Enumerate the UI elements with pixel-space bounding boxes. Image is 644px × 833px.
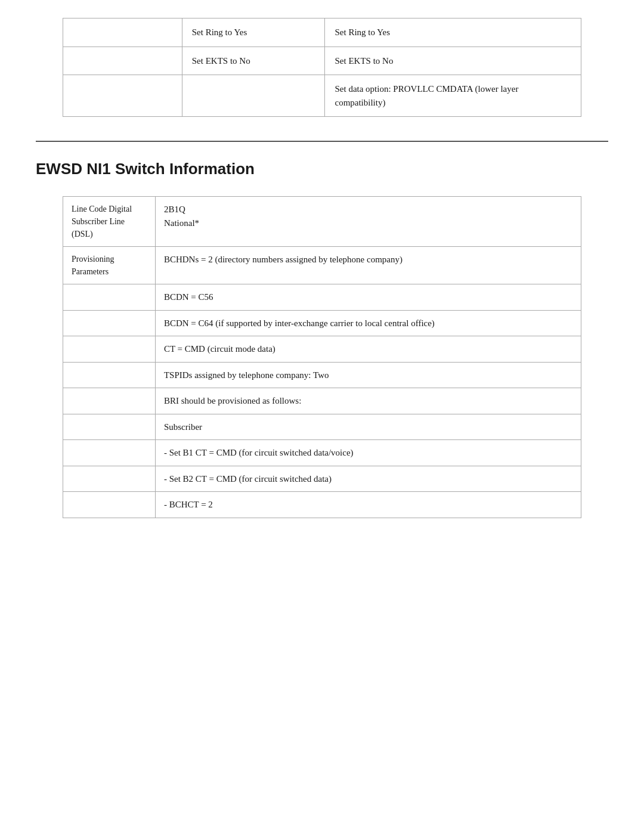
- table-row: Set data option: PROVLLC CMDATA (lower l…: [63, 75, 581, 117]
- table-row: Line Code Digital Subscriber Line (DSL) …: [63, 197, 581, 247]
- ct-cmd-value: CT = CMD (circuit mode data): [155, 336, 581, 363]
- bchct-value: - BCHCT = 2: [155, 492, 581, 518]
- empty-label-3: [63, 310, 156, 336]
- b2-ct-value: - Set B2 CT = CMD (for circuit switched …: [155, 466, 581, 492]
- provllc-col3: Set data option: PROVLLC CMDATA (lower l…: [325, 75, 581, 117]
- table-row: CT = CMD (circuit mode data): [63, 336, 581, 363]
- subscriber-value: Subscriber: [155, 414, 581, 440]
- empty-label-10: [63, 492, 156, 518]
- top-table-container: Set Ring to Yes Set Ring to Yes Set EKTS…: [36, 18, 608, 117]
- table-row: BCDN = C64 (if supported by inter-exchan…: [63, 310, 581, 336]
- empty-cell-2: [63, 47, 182, 75]
- table-row: - Set B2 CT = CMD (for circuit switched …: [63, 466, 581, 492]
- set-ring-yes-col3: Set Ring to Yes: [325, 18, 581, 47]
- empty-label-9: [63, 466, 156, 492]
- table-row: - BCHCT = 2: [63, 492, 581, 518]
- line-code-label: Line Code Digital Subscriber Line (DSL): [63, 197, 156, 247]
- top-table: Set Ring to Yes Set Ring to Yes Set EKTS…: [63, 18, 581, 117]
- section-divider: [36, 141, 608, 142]
- empty-label-8: [63, 440, 156, 466]
- empty-label-6: [63, 388, 156, 414]
- main-table: Line Code Digital Subscriber Line (DSL) …: [63, 196, 581, 518]
- table-row: TSPIDs assigned by telephone company: Tw…: [63, 362, 581, 388]
- set-ekts-no-col2: Set EKTS to No: [182, 47, 325, 75]
- bcdn-c56-value: BCDN = C56: [155, 284, 581, 311]
- empty-cell-3: [63, 75, 182, 117]
- set-ring-yes-col2: Set Ring to Yes: [182, 18, 325, 47]
- table-row: - Set B1 CT = CMD (for circuit switched …: [63, 440, 581, 466]
- b1-ct-value: - Set B1 CT = CMD (for circuit switched …: [155, 440, 581, 466]
- table-row: Subscriber: [63, 414, 581, 440]
- empty-label-4: [63, 336, 156, 363]
- empty-label-7: [63, 414, 156, 440]
- set-ekts-no-col3: Set EKTS to No: [325, 47, 581, 75]
- empty-label-5: [63, 362, 156, 388]
- provisioning-label: Provisioning Parameters: [63, 247, 156, 284]
- provllc-col2: [182, 75, 325, 117]
- table-row: Set Ring to Yes Set Ring to Yes: [63, 18, 581, 47]
- table-row: BRI should be provisioned as follows:: [63, 388, 581, 414]
- table-row: Set EKTS to No Set EKTS to No: [63, 47, 581, 75]
- line-code-value: 2B1QNational*: [155, 197, 581, 247]
- bchdns-value: BCHDNs = 2 (directory numbers assigned b…: [155, 247, 581, 284]
- section-title: EWSD NI1 Switch Information: [36, 160, 608, 178]
- table-row: Provisioning Parameters BCHDNs = 2 (dire…: [63, 247, 581, 284]
- main-table-container: Line Code Digital Subscriber Line (DSL) …: [36, 196, 608, 518]
- tspids-value: TSPIDs assigned by telephone company: Tw…: [155, 362, 581, 388]
- bri-provisioned-value: BRI should be provisioned as follows:: [155, 388, 581, 414]
- bcdn-c64-value: BCDN = C64 (if supported by inter-exchan…: [155, 310, 581, 336]
- table-row: BCDN = C56: [63, 284, 581, 311]
- empty-label-2: [63, 284, 156, 311]
- empty-cell-1: [63, 18, 182, 47]
